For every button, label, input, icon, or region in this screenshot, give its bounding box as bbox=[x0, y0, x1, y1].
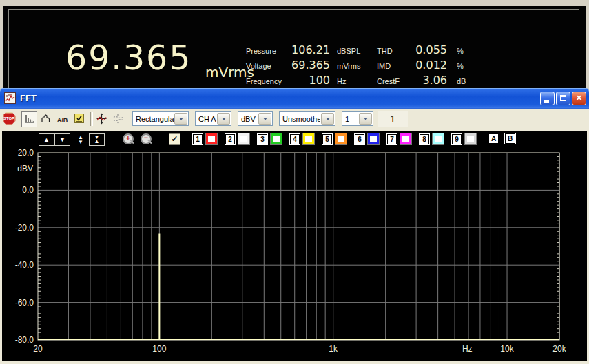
setup-button[interactable] bbox=[71, 111, 87, 127]
overlay-6-color-swatch[interactable] bbox=[368, 133, 379, 144]
overlay-6-button[interactable]: 6 bbox=[355, 134, 364, 144]
plot-client-area: 20.00.0-20.0-40.0-60.0-80.0dBV201001k10k… bbox=[2, 131, 587, 361]
fft-spectrum-chart: 20.00.0-20.0-40.0-60.0-80.0dBV201001k10k… bbox=[2, 131, 587, 361]
overlay-pair: 1 bbox=[193, 133, 217, 144]
reading-unit: % bbox=[447, 47, 477, 55]
overlay-9-color-swatch[interactable] bbox=[465, 133, 476, 144]
fft-window-combo[interactable]: Rectangular bbox=[132, 111, 189, 126]
chevron-down-icon[interactable] bbox=[258, 113, 271, 125]
reading-value: 3.06 bbox=[411, 74, 447, 87]
meter-panel: 69.365 mVrms Pressure106.21dBSPLTHD0.055… bbox=[3, 6, 586, 89]
overlay-2-color-swatch[interactable] bbox=[238, 133, 249, 144]
zoom-out-button[interactable]: − bbox=[140, 133, 153, 147]
y-tick-label: -20.0 bbox=[15, 223, 34, 233]
overlay-1-color-swatch[interactable] bbox=[206, 133, 217, 144]
main-level-readout: 69.365 bbox=[65, 41, 192, 75]
reading-label: IMD bbox=[377, 62, 411, 70]
overlay-3-color-swatch[interactable] bbox=[271, 133, 282, 144]
chevron-down-icon[interactable] bbox=[359, 113, 372, 125]
fft-mode-button[interactable] bbox=[21, 111, 37, 127]
overlay-2-button[interactable]: 2 bbox=[225, 134, 235, 144]
x-tick-label: 20 bbox=[33, 344, 43, 354]
stop-button[interactable]: STOP bbox=[2, 111, 16, 126]
close-button[interactable]: ✕ bbox=[572, 92, 586, 105]
overlay-pair: 2 bbox=[225, 133, 249, 144]
reading-unit: Hz bbox=[330, 77, 377, 85]
expand-range-button[interactable]: ▲▼ bbox=[74, 133, 87, 146]
chevron-down-icon[interactable] bbox=[217, 113, 230, 125]
octave-mode-button[interactable] bbox=[38, 111, 54, 127]
overlay-pair: 5 bbox=[322, 133, 347, 144]
overlay-3-button[interactable]: 3 bbox=[258, 134, 267, 144]
plot-controls-row: ▲ ▼ ▲▼ ▼▲ + − ✓ 123456789 A bbox=[2, 133, 587, 150]
memory-a-button[interactable]: A bbox=[488, 133, 499, 144]
up-arrow-icon: ▲ bbox=[43, 136, 50, 143]
window-body: STOP A/B RectangularCH AdBVUnsmoothed1 1… bbox=[0, 109, 589, 364]
overlay-visibility-checkbox[interactable]: ✓ bbox=[169, 133, 180, 145]
reading-value: 0.055 bbox=[411, 43, 447, 56]
chevron-down-icon[interactable] bbox=[174, 113, 187, 125]
reading-unit: % bbox=[447, 62, 477, 70]
shift-up-button[interactable]: ▲ bbox=[39, 133, 54, 146]
reading-value: 106.21 bbox=[290, 43, 330, 56]
averaging-combo[interactable]: 1 bbox=[342, 111, 373, 126]
fit-range-button[interactable] bbox=[110, 111, 126, 127]
plot-frame bbox=[38, 153, 559, 340]
chevron-down-icon[interactable] bbox=[321, 113, 334, 125]
reading-label: Voltage bbox=[246, 62, 290, 70]
fit-range-icon bbox=[112, 113, 124, 127]
reading-label: Frequency bbox=[246, 77, 290, 85]
y-tick-label: -80.0 bbox=[15, 335, 34, 345]
memory-b-button[interactable]: B bbox=[505, 133, 515, 144]
zoom-buttons: + − bbox=[122, 133, 153, 147]
scope-view-button[interactable] bbox=[94, 111, 110, 127]
compress-range-button[interactable]: ▼▲ bbox=[89, 133, 105, 146]
smoothing-combo[interactable]: Unsmoothed bbox=[279, 111, 335, 126]
octave-bands-icon bbox=[41, 113, 52, 126]
overlay-4-color-swatch[interactable] bbox=[303, 133, 314, 144]
overlay-pair: 7 bbox=[387, 133, 411, 144]
combo-selected-value: CH A bbox=[196, 112, 216, 125]
overlay-1-button[interactable]: 1 bbox=[193, 134, 203, 144]
minimize-icon bbox=[544, 100, 549, 103]
ab-compare-icon: A/B bbox=[57, 114, 68, 125]
minimize-button[interactable] bbox=[540, 92, 555, 105]
shift-down-button[interactable]: ▼ bbox=[54, 133, 70, 146]
reading-unit: dBSPL bbox=[330, 47, 377, 55]
combo-selected-value: 1 bbox=[342, 112, 358, 125]
y-axis-unit-label: dBV bbox=[17, 164, 33, 173]
x-tick-label: 1k bbox=[329, 344, 338, 354]
y-tick-label: -40.0 bbox=[15, 260, 34, 270]
channel-combo[interactable]: CH A bbox=[195, 111, 231, 126]
maximize-button[interactable] bbox=[556, 92, 570, 105]
overlay-5-color-swatch[interactable] bbox=[335, 133, 347, 144]
reading-unit: dB bbox=[447, 77, 477, 85]
overlay-8-color-swatch[interactable] bbox=[433, 133, 444, 144]
toolbar-group-view bbox=[94, 111, 126, 127]
overlay-5-button[interactable]: 5 bbox=[322, 134, 332, 144]
reading-row: Voltage69.365mVrmsIMD0.012% bbox=[246, 58, 477, 74]
up-down-arrows-icon: ▲▼ bbox=[78, 135, 83, 144]
close-icon: ✕ bbox=[572, 94, 586, 103]
overlay-4-button[interactable]: 4 bbox=[290, 134, 300, 144]
y-tick-label: -60.0 bbox=[15, 298, 34, 308]
zoom-in-button[interactable]: + bbox=[122, 133, 135, 147]
fft-window: FFT ✕ STOP A/B RectangularCH AdBVUnsmoot… bbox=[0, 88, 589, 364]
ab-compare-button[interactable]: A/B bbox=[54, 111, 70, 127]
overlay-8-button[interactable]: 8 bbox=[420, 134, 429, 144]
overlay-9-button[interactable]: 9 bbox=[452, 134, 462, 144]
toolbar-combos: RectangularCH AdBVUnsmoothed1 bbox=[132, 111, 373, 126]
reading-value: 69.365 bbox=[290, 58, 330, 72]
overlay-7-button[interactable]: 7 bbox=[387, 134, 397, 144]
reading-unit: mVrms bbox=[330, 62, 377, 70]
memory-ab-buttons: AB bbox=[488, 133, 521, 144]
y-unit-combo[interactable]: dBV bbox=[238, 111, 273, 126]
x-tick-label: 10k bbox=[500, 344, 514, 354]
titlebar[interactable]: FFT ✕ bbox=[0, 88, 589, 109]
overlay-7-color-swatch[interactable] bbox=[400, 133, 411, 144]
window-title: FFT bbox=[20, 93, 37, 103]
toolbar: STOP A/B RectangularCH AdBVUnsmoothed1 1 bbox=[0, 109, 589, 131]
overlay-buttons: 123456789 bbox=[193, 133, 484, 144]
overlay-pair: 9 bbox=[452, 133, 476, 144]
reading-label: THD bbox=[377, 47, 411, 55]
